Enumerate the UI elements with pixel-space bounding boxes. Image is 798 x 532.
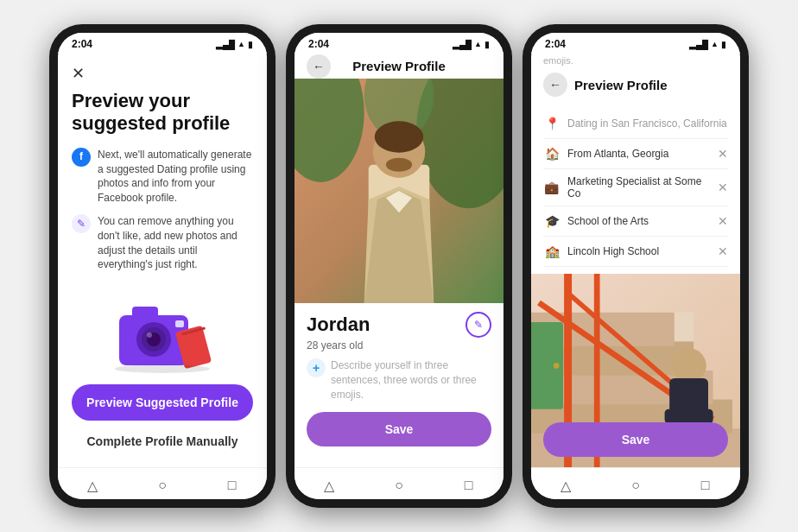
recents-nav-icon[interactable]: □ — [222, 475, 243, 496]
profile-name: Jordan — [307, 314, 370, 336]
time-1: 2:04 — [72, 38, 92, 50]
status-icons-2: ▂▄█ ▲ ▮ — [453, 40, 490, 49]
nav-title-2: Preview Profile — [352, 59, 446, 73]
nav-bar-2: ← Preview Profile — [294, 54, 504, 79]
back-nav-icon[interactable]: △ — [82, 475, 103, 496]
profile-info: Jordan ✎ 28 years old + Describe yoursel… — [294, 303, 504, 467]
svg-point-30 — [671, 348, 706, 383]
detail-row-job: 💼 Marketing Specialist at Some Co ✕ — [543, 169, 728, 206]
back-nav-icon-2[interactable]: △ — [319, 475, 339, 496]
signal-icon-3: ▂▄█ — [689, 40, 708, 49]
recents-nav-icon-2[interactable]: □ — [459, 475, 479, 496]
camera-illustration — [102, 289, 223, 376]
details-list: 📍 Dating in San Francisco, California 🏠 … — [531, 102, 740, 274]
home-icon: 🏠 — [543, 145, 560, 162]
info-text-1: Next, we'll automatically generate a sug… — [98, 148, 253, 206]
info-text-2: You can remove anything you don't like, … — [98, 214, 253, 272]
svg-point-18 — [386, 158, 412, 172]
facebook-icon: f — [72, 148, 91, 167]
time-2: 2:04 — [308, 38, 329, 50]
bio-area: + Describe yourself in three sentences, … — [307, 358, 491, 402]
phone-2: 2:04 ▂▄█ ▲ ▮ ← Preview Profile — [286, 24, 512, 508]
preview-suggested-button[interactable]: Preview Suggested Profile — [72, 384, 253, 421]
remove-job-button[interactable]: ✕ — [718, 180, 728, 194]
signal-icon-2: ▂▄█ — [453, 40, 472, 49]
save-button-3[interactable]: Save — [543, 422, 728, 457]
detail-row-location: 📍 Dating in San Francisco, California — [543, 109, 728, 139]
location-text: Dating in San Francisco, California — [567, 117, 727, 130]
nav-bar-3: ← Preview Profile — [531, 67, 740, 102]
wifi-icon: ▲ — [238, 40, 245, 48]
save-button-2[interactable]: Save — [307, 412, 491, 446]
svg-point-5 — [147, 332, 152, 338]
detail-row-school1: 🎓 School of the Arts ✕ — [543, 206, 728, 237]
remove-school1-button[interactable]: ✕ — [718, 214, 728, 228]
nav-title-3: Preview Profile — [574, 78, 668, 92]
detail-row-school2: 🏫 Lincoln High School ✕ — [543, 237, 728, 267]
svg-point-17 — [375, 121, 423, 152]
home-nav-icon-2[interactable]: ○ — [389, 475, 409, 496]
action-buttons: Preview Suggested Profile Complete Profi… — [72, 384, 253, 467]
back-nav-icon-3[interactable]: △ — [555, 475, 576, 496]
battery-icon: ▮ — [248, 40, 253, 49]
graduation-icon: 🎓 — [543, 212, 560, 230]
status-icons-3: ▂▄█ ▲ ▮ — [689, 40, 726, 49]
bio-placeholder: Describe yourself in three sentences, th… — [331, 358, 491, 402]
profile-photo-area — [294, 79, 504, 303]
phone-3: 2:04 ▂▄█ ▲ ▮ emojis. ← Preview Profile — [522, 24, 749, 508]
close-button[interactable]: ✕ — [72, 64, 253, 83]
battery-icon-3: ▮ — [721, 40, 726, 49]
header-continuation: emojis. — [531, 54, 740, 67]
battery-icon-2: ▮ — [484, 40, 490, 49]
home-nav-icon-3[interactable]: ○ — [625, 475, 646, 496]
school2-text: Lincoln High School — [567, 245, 659, 257]
detail-row-from: 🏠 From Atlanta, Georgia ✕ — [543, 139, 728, 169]
bottom-nav-3: △ ○ □ — [531, 467, 740, 499]
wifi-icon-2: ▲ — [474, 40, 482, 48]
back-button-2[interactable]: ← — [307, 54, 331, 79]
home-nav-icon[interactable]: ○ — [152, 475, 173, 496]
svg-rect-1 — [132, 307, 158, 319]
illustration — [72, 281, 253, 384]
svg-rect-6 — [175, 320, 184, 327]
bottom-nav-1: △ ○ □ — [58, 467, 267, 499]
second-photo-area: Save — [531, 274, 740, 467]
location-icon: 📍 — [543, 115, 560, 132]
fb-info-item: f Next, we'll automatically generate a s… — [72, 148, 253, 206]
recents-nav-icon-3[interactable]: □ — [695, 475, 716, 496]
pencil-info-item: ✎ You can remove anything you don't like… — [72, 214, 253, 272]
save-overlay: Save — [543, 422, 728, 457]
wifi-icon-3: ▲ — [711, 40, 719, 48]
profile-photo-svg — [294, 79, 504, 303]
status-bar-3: 2:04 ▂▄█ ▲ ▮ — [531, 33, 740, 54]
time-3: 2:04 — [545, 38, 566, 50]
briefcase-icon: 💼 — [543, 179, 560, 196]
signal-icon: ▂▄█ — [216, 40, 235, 49]
add-bio-icon[interactable]: + — [307, 358, 326, 377]
svg-point-34 — [554, 363, 560, 369]
remove-from-button[interactable]: ✕ — [718, 147, 728, 161]
from-text: From Atlanta, Georgia — [567, 148, 668, 160]
phone-1: 2:04 ▂▄█ ▲ ▮ ✕ Preview your suggested pr… — [49, 24, 276, 508]
status-bar-1: 2:04 ▂▄█ ▲ ▮ — [58, 33, 267, 54]
remove-school2-button[interactable]: ✕ — [718, 244, 728, 258]
complete-manually-button[interactable]: Complete Profile Manually — [72, 426, 253, 457]
status-icons-1: ▂▄█ ▲ ▮ — [216, 40, 253, 49]
pencil-icon: ✎ — [72, 214, 91, 233]
svg-point-9 — [115, 364, 210, 373]
school1-text: School of the Arts — [567, 215, 649, 227]
school-icon: 🏫 — [543, 243, 560, 260]
back-button-3[interactable]: ← — [543, 73, 567, 97]
status-bar-2: 2:04 ▂▄█ ▲ ▮ — [294, 33, 504, 54]
edit-button[interactable]: ✎ — [466, 312, 491, 338]
page-title-1: Preview your suggested profile — [72, 90, 253, 136]
bottom-nav-2: △ ○ □ — [294, 467, 504, 499]
profile-age: 28 years old — [307, 339, 491, 352]
job-text: Marketing Specialist at Some Co — [567, 175, 718, 200]
